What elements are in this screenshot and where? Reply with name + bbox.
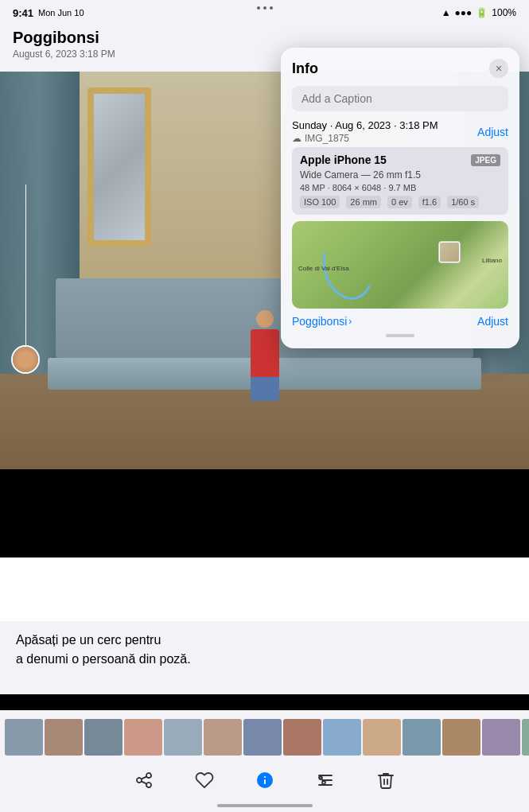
- panel-handle: [292, 334, 508, 337]
- dot2: [263, 6, 266, 10]
- person-body: [251, 329, 279, 377]
- face-circle[interactable]: [11, 345, 40, 374]
- svg-point-6: [322, 781, 325, 784]
- filmstrip-item[interactable]: [243, 719, 282, 756]
- status-bar-right: ▲ ●●● 🔋 100%: [441, 7, 516, 18]
- map-pin-thumbnail: [440, 243, 459, 262]
- caption-line2: a denumi o persoană din poză.: [16, 652, 191, 666]
- filmstrip-item[interactable]: [442, 719, 480, 756]
- face-thumbnail: [13, 347, 38, 372]
- filmstrip-item[interactable]: [84, 719, 123, 756]
- adjust-location-button[interactable]: Adjust: [477, 315, 508, 328]
- white-gap: [0, 558, 529, 621]
- filmstrip-item[interactable]: [323, 719, 361, 756]
- chevron-right-icon: ›: [348, 316, 352, 327]
- top-dots-indicator: [257, 6, 273, 10]
- share-button[interactable]: [130, 766, 158, 795]
- exif-row: ISO 100 26 mm 0 ev f1.6 1/60 s: [300, 196, 500, 208]
- camera-model: Apple iPhone 15: [300, 153, 387, 166]
- map-location-name[interactable]: Poggibonsi ›: [292, 315, 352, 328]
- filename-text: IMG_1875: [305, 133, 349, 144]
- like-button[interactable]: [190, 766, 219, 795]
- filmstrip-item[interactable]: [522, 719, 529, 756]
- map-liliano-label: Lilliano: [482, 257, 502, 264]
- home-bar: [217, 804, 313, 807]
- filmstrip-item[interactable]: [204, 719, 242, 756]
- face-recognition-line: [25, 185, 26, 359]
- handle-bar: [386, 334, 414, 337]
- camera-card: Apple iPhone 15 JPEG Wide Camera — 26 mm…: [292, 147, 508, 215]
- filename-row: ☁ IMG_1875: [292, 133, 438, 144]
- filmstrip-item[interactable]: [363, 719, 401, 756]
- filmstrip-item[interactable]: [482, 719, 520, 756]
- filmstrip-item[interactable]: [164, 719, 202, 756]
- exif-aperture: f1.6: [418, 196, 441, 208]
- status-bar-left: 9:41 Mon Jun 10: [13, 7, 84, 19]
- dot1: [257, 6, 260, 10]
- info-button[interactable]: [251, 766, 279, 795]
- status-bar: 9:41 Mon Jun 10 ▲ ●●● 🔋 100%: [0, 0, 529, 25]
- exif-iso: ISO 100: [300, 196, 340, 208]
- date-info: Sunday · Aug 6, 2023 · 3:18 PM ☁ IMG_187…: [292, 119, 438, 144]
- filmstrip-item[interactable]: [5, 719, 43, 756]
- filmstrip-item[interactable]: [283, 719, 321, 756]
- photo-title-area: Poggibonsi August 6, 2023 3:18 PM: [13, 29, 115, 60]
- mirror-left: [88, 87, 151, 247]
- map-pin: [438, 241, 461, 263]
- photo-title: Poggibonsi: [13, 29, 115, 47]
- camera-lens: Wide Camera — 26 mm f1.5: [300, 169, 500, 181]
- status-time: 9:41: [13, 7, 33, 19]
- location-label: Poggibonsi: [292, 315, 347, 328]
- person-head: [256, 310, 274, 328]
- delete-button[interactable]: [371, 766, 400, 795]
- map-background: Colle di Val d'Elsa Lilliano: [292, 221, 508, 309]
- toolbar: [0, 760, 529, 804]
- person-legs: [251, 377, 279, 401]
- date-text: Sunday · Aug 6, 2023 · 3:18 PM: [292, 119, 438, 131]
- status-date: Mon Jun 10: [38, 8, 84, 17]
- exif-focal: 26 mm: [346, 196, 381, 208]
- signal-icon: ●●●: [455, 7, 473, 18]
- info-title: Info: [292, 60, 318, 77]
- map-town-label: Colle di Val d'Elsa: [298, 265, 349, 273]
- caption-line1: Apăsați pe un cerc pentru: [16, 633, 161, 647]
- battery-icon: 🔋: [476, 7, 488, 18]
- camera-header: Apple iPhone 15 JPEG: [300, 153, 500, 166]
- filmstrip-item[interactable]: [124, 719, 162, 756]
- add-caption-area: Apăsați pe un cerc pentru a denumi o per…: [0, 621, 529, 694]
- info-close-button[interactable]: ×: [489, 59, 508, 78]
- photo-subtitle: August 6, 2023 3:18 PM: [13, 49, 115, 60]
- bottom-area: [0, 710, 529, 812]
- info-panel: Info × Sunday · Aug 6, 2023 · 3:18 PM ☁ …: [281, 48, 519, 348]
- filmstrip-item[interactable]: [45, 719, 83, 756]
- cloud-icon: ☁: [292, 133, 301, 144]
- camera-specs: 48 MP · 8064 × 6048 · 9.7 MB: [300, 183, 500, 192]
- map-location-row: Poggibonsi › Adjust: [292, 315, 508, 328]
- person-figure: [245, 310, 285, 390]
- exif-ev: 0 ev: [387, 196, 412, 208]
- home-indicator: [0, 804, 529, 812]
- map-container[interactable]: Colle di Val d'Elsa Lilliano: [292, 221, 508, 309]
- caption-input[interactable]: [292, 86, 508, 111]
- filmstrip-item[interactable]: [403, 719, 441, 756]
- add-caption-text: Apăsați pe un cerc pentru a denumi o per…: [16, 631, 191, 669]
- filmstrip[interactable]: [0, 715, 529, 760]
- adjust-date-button[interactable]: Adjust: [477, 126, 508, 138]
- battery-percent: 100%: [492, 7, 516, 18]
- info-header: Info ×: [292, 59, 508, 78]
- edit-button[interactable]: [311, 766, 340, 795]
- dot3: [270, 6, 273, 10]
- wifi-icon: ▲: [441, 7, 451, 18]
- exif-shutter: 1/60 s: [447, 196, 479, 208]
- date-row: Sunday · Aug 6, 2023 · 3:18 PM ☁ IMG_187…: [292, 119, 508, 144]
- jpeg-badge: JPEG: [471, 154, 500, 166]
